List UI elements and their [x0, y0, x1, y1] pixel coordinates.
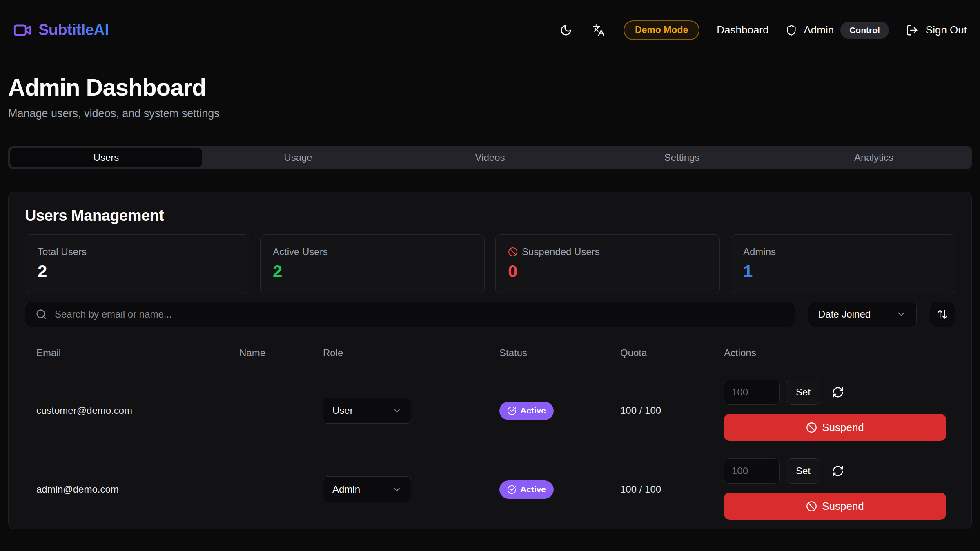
- dashboard-link[interactable]: Dashboard: [717, 24, 768, 36]
- column-header-actions: Actions: [724, 347, 955, 359]
- page-subtitle: Manage users, videos, and system setting…: [8, 106, 972, 121]
- search-input[interactable]: [25, 302, 795, 327]
- brand-logo[interactable]: SubtitleAI: [13, 21, 109, 40]
- stat-active-users: Active Users 2: [260, 234, 485, 294]
- ban-icon: [806, 422, 817, 433]
- sign-out-button[interactable]: Sign Out: [906, 24, 967, 36]
- stat-total-users: Total Users 2: [25, 234, 249, 294]
- quota-input[interactable]: [724, 458, 780, 484]
- stat-value: 2: [38, 262, 237, 281]
- sort-by-value: Date Joined: [818, 309, 871, 320]
- arrow-up-down-icon: [937, 309, 948, 320]
- role-select[interactable]: Admin: [323, 476, 411, 502]
- video-camera-icon: [13, 21, 32, 40]
- user-email: customer@demo.com: [36, 405, 239, 416]
- tab-analytics[interactable]: Analytics: [778, 148, 970, 167]
- refresh-icon: [832, 386, 844, 398]
- stat-value: 0: [508, 262, 707, 281]
- stat-label: Total Users: [38, 246, 237, 258]
- status-badge: Active: [499, 402, 554, 420]
- main-content: Admin Dashboard Manage users, videos, an…: [0, 60, 980, 529]
- language-button[interactable]: [591, 22, 606, 38]
- status-badge-label: Active: [520, 406, 546, 415]
- dashboard-tabs: Users Usage Videos Settings Analytics: [8, 146, 972, 169]
- sign-out-label: Sign Out: [926, 24, 967, 36]
- stat-label: Admins: [743, 246, 942, 258]
- circle-check-icon: [507, 485, 517, 494]
- suspend-button-label: Suspend: [822, 421, 864, 434]
- admin-role-group: Admin Control: [786, 22, 889, 39]
- stat-label: Active Users: [273, 246, 472, 258]
- reset-quota-button[interactable]: [832, 465, 844, 477]
- top-navigation: SubtitleAI Demo Mode Dashboard: [0, 0, 980, 60]
- column-header-role: Role: [323, 347, 499, 359]
- chevron-down-icon: [392, 484, 402, 494]
- quota-value: 100 / 100: [620, 484, 724, 495]
- admin-label: Admin: [804, 24, 834, 36]
- nav-actions: Demo Mode Dashboard Admin Control Sign O…: [558, 20, 967, 40]
- sort-by-select[interactable]: Date Joined: [808, 302, 917, 327]
- set-quota-button[interactable]: Set: [786, 380, 820, 405]
- ban-icon: [508, 247, 518, 257]
- users-management-panel: Users Management Total Users 2 Active Us…: [8, 192, 972, 529]
- row-actions: Set: [724, 371, 955, 450]
- tab-usage[interactable]: Usage: [202, 148, 394, 167]
- status-badge-label: Active: [520, 484, 546, 494]
- log-out-icon: [906, 24, 918, 36]
- sort-direction-button[interactable]: [930, 302, 955, 327]
- theme-toggle-button[interactable]: [558, 22, 574, 38]
- languages-icon: [592, 24, 605, 36]
- reset-quota-button[interactable]: [832, 386, 844, 398]
- suspend-button-label: Suspend: [822, 500, 864, 513]
- status-badge: Active: [499, 480, 554, 499]
- suspend-user-button[interactable]: Suspend: [724, 414, 946, 441]
- stat-value: 1: [743, 262, 942, 281]
- shield-icon: [786, 24, 797, 36]
- set-quota-button[interactable]: Set: [786, 458, 820, 484]
- demo-mode-badge: Demo Mode: [624, 20, 699, 40]
- section-title: Users Management: [25, 207, 955, 224]
- table-row: admin@demo.com Admin: [25, 450, 955, 529]
- user-stats: Total Users 2 Active Users 2 Suspended U…: [25, 234, 955, 294]
- stat-label: Suspended Users: [522, 246, 600, 258]
- control-badge: Control: [840, 22, 889, 39]
- search-field-wrap: [25, 302, 795, 327]
- stat-admins: Admins 1: [731, 234, 955, 294]
- refresh-icon: [832, 465, 844, 477]
- table-header-row: Email Name Role Status Quota Actions: [25, 330, 955, 371]
- page-title: Admin Dashboard: [8, 74, 972, 100]
- users-table: Email Name Role Status Quota Actions cus…: [25, 330, 955, 529]
- role-select-value: User: [332, 405, 353, 416]
- chevron-down-icon: [392, 406, 402, 415]
- ban-icon: [806, 501, 817, 512]
- circle-check-icon: [507, 406, 517, 415]
- moon-icon: [560, 24, 572, 36]
- tab-users[interactable]: Users: [10, 148, 202, 167]
- row-actions: Set: [724, 450, 955, 529]
- table-row: customer@demo.com User: [25, 371, 955, 450]
- stat-value: 2: [273, 262, 472, 281]
- stat-suspended-users: Suspended Users 0: [495, 234, 720, 294]
- column-header-email: Email: [36, 347, 239, 359]
- tab-videos[interactable]: Videos: [394, 148, 586, 167]
- brand-name: SubtitleAI: [38, 21, 109, 39]
- role-select[interactable]: User: [323, 398, 411, 424]
- role-select-value: Admin: [332, 484, 360, 495]
- column-header-status: Status: [499, 347, 620, 359]
- user-email: admin@demo.com: [36, 484, 239, 495]
- chevron-down-icon: [896, 309, 906, 320]
- tab-settings[interactable]: Settings: [586, 148, 778, 167]
- column-header-quota: Quota: [620, 347, 724, 359]
- quota-input[interactable]: [724, 380, 780, 405]
- column-header-name: Name: [239, 347, 323, 359]
- filters-row: Date Joined: [25, 302, 955, 327]
- search-icon: [36, 309, 47, 320]
- suspend-user-button[interactable]: Suspend: [724, 493, 946, 520]
- page-header: Admin Dashboard Manage users, videos, an…: [8, 60, 972, 121]
- quota-value: 100 / 100: [620, 405, 724, 416]
